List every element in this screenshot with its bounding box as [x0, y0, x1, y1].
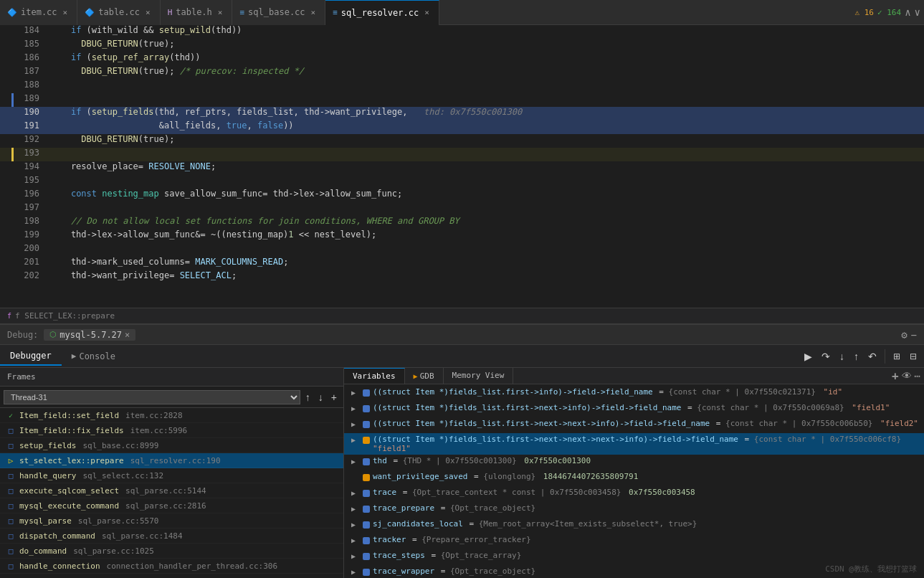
- session-close-icon[interactable]: ×: [125, 330, 130, 340]
- linenum-194: 194: [14, 161, 47, 175]
- frame-down-btn[interactable]: ↓: [315, 390, 326, 404]
- var-item-4[interactable]: ▶ thd = {THD * | 0x7f550c001300} 0x7f550…: [344, 455, 924, 470]
- frame-item-9[interactable]: □ do_command sql_parse.cc:1025: [0, 544, 343, 559]
- gutter-197: [0, 202, 14, 216]
- var-item-11[interactable]: ▶ trace_wrapper = {Opt_trace_object}: [344, 565, 924, 578]
- settings-icon[interactable]: ⚙: [901, 329, 907, 341]
- var-more-icon[interactable]: ⋯: [915, 370, 920, 382]
- tab-sql-resolver[interactable]: ≡ sql_resolver.cc ×: [325, 0, 439, 25]
- split-view-btn[interactable]: ⊟: [906, 349, 920, 364]
- resume-btn[interactable]: ▶: [801, 349, 816, 364]
- var-item-2[interactable]: ▶ ((struct Item *)fields_list.first->nex…: [344, 417, 924, 433]
- function-hint-text: f SELECT_LEX::prepare: [15, 311, 115, 321]
- var-add-icon[interactable]: +: [892, 369, 899, 383]
- code-line-195: 195: [0, 175, 924, 189]
- expand-icon-8[interactable]: ▶: [351, 521, 363, 529]
- frame-icon-3: ▷: [6, 455, 16, 465]
- frame-item-8[interactable]: □ dispatch_command sql_parse.cc:1484: [0, 529, 343, 544]
- session-selector[interactable]: ⬡ mysql-5.7.27 ×: [44, 329, 135, 341]
- expand-icon-6[interactable]: ▶: [351, 489, 363, 497]
- frame-item-0[interactable]: ✓ Item_field::set_field item.cc:2828: [0, 408, 343, 423]
- debug-session-header: Debug: ⬡ mysql-5.7.27 × ⚙ −: [0, 325, 924, 345]
- expand-icon-11[interactable]: ▶: [351, 568, 363, 576]
- frame-item-7[interactable]: □ mysql_parse sql_parse.cc:5570: [0, 513, 343, 529]
- expand-icon-7[interactable]: ▶: [351, 505, 363, 513]
- frame-func-6: mysql_execute_command: [19, 501, 119, 511]
- close-debug-icon[interactable]: −: [911, 329, 917, 341]
- tab-debugger[interactable]: Debugger: [0, 347, 62, 366]
- var-tab-gdb[interactable]: ▶ GDB: [405, 368, 444, 384]
- frame-item-10[interactable]: □ handle_connection connection_handler_p…: [0, 559, 343, 574]
- code-line-184: 184 if (with_wild && setup_wild(thd)): [0, 25, 924, 39]
- code-line-194: 194 resolve_place= RESOLVE_NONE;: [0, 161, 924, 175]
- step-out-btn[interactable]: ↑: [850, 349, 862, 364]
- var-dot-4: [363, 458, 370, 465]
- tab-label-sql-base: sql_base.cc: [248, 7, 305, 17]
- frame-item-2[interactable]: □ setup_fields sql_base.cc:8999: [0, 438, 343, 453]
- var-item-0[interactable]: ▶ ((struct Item *)fields_list.first->inf…: [344, 386, 924, 402]
- warning-count[interactable]: ⚠ 16: [855, 8, 875, 17]
- var-dot-7: [363, 506, 370, 513]
- tab-icon-table-h: H: [168, 8, 173, 17]
- expand-icon-2[interactable]: ▶: [351, 420, 363, 428]
- step-back-btn[interactable]: ↶: [865, 349, 880, 364]
- tab-close-item-cc[interactable]: ×: [61, 7, 70, 18]
- chevron-up-icon[interactable]: ∧: [905, 6, 910, 18]
- table-view-btn[interactable]: ⊞: [890, 349, 904, 364]
- var-item-5[interactable]: ▶ want_privilege_saved = {ulonglong} 184…: [344, 470, 924, 486]
- frame-item-5[interactable]: □ execute_sqlcom_select sql_parse.cc:514…: [0, 483, 343, 498]
- tab-close-table-h[interactable]: ×: [216, 7, 225, 18]
- var-item-6[interactable]: ▶ trace = {Opt_trace_context * const | 0…: [344, 486, 924, 502]
- var-tab-memory[interactable]: Memory View: [444, 368, 514, 384]
- var-dot-1: [363, 405, 370, 412]
- expand-icon-3[interactable]: ▶: [351, 436, 363, 444]
- frame-item-6[interactable]: □ mysql_execute_command sql_parse.cc:281…: [0, 498, 343, 513]
- linecontent-200: [47, 243, 924, 257]
- var-tab-variables[interactable]: Variables: [344, 368, 405, 384]
- expand-icon-9[interactable]: ▶: [351, 536, 363, 544]
- tab-console[interactable]: ▶ Console: [62, 348, 125, 365]
- frame-up-btn[interactable]: ↑: [303, 390, 313, 404]
- code-line-191: 191 &all_fields, true, false)): [0, 120, 924, 134]
- tab-label-sql-resolver: sql_resolver.cc: [341, 8, 419, 18]
- frame-func-4: handle_query: [19, 471, 76, 480]
- frame-func-1: Item_field::fix_fields: [19, 426, 124, 435]
- var-item-9[interactable]: ▶ tracker = {Prepare_error_tracker}: [344, 534, 924, 549]
- code-content[interactable]: 184 if (with_wild && setup_wild(thd)) 18…: [0, 25, 924, 308]
- session-icon: ⬡: [49, 330, 57, 339]
- linenum-191: 191: [14, 120, 47, 134]
- thread-select[interactable]: Thread-31: [4, 390, 300, 404]
- linenum-195: 195: [14, 175, 47, 189]
- expand-icon-1[interactable]: ▶: [351, 404, 363, 412]
- var-eye-icon[interactable]: 👁: [902, 370, 912, 382]
- expand-icon-10[interactable]: ▶: [351, 552, 363, 560]
- chevron-down-icon[interactable]: ∨: [915, 6, 920, 18]
- tab-close-sql-resolver[interactable]: ×: [422, 7, 432, 18]
- tab-close-sql-base[interactable]: ×: [309, 7, 318, 18]
- step-over-btn[interactable]: ↷: [818, 349, 834, 364]
- frame-item-1[interactable]: □ Item_field::fix_fields item.cc:5996: [0, 423, 343, 438]
- expand-icon-0[interactable]: ▶: [351, 389, 363, 397]
- frame-item-3[interactable]: ▷ st_select_lex::prepare sql_resolver.cc…: [0, 453, 343, 468]
- tab-table-h[interactable]: H table.h ×: [161, 0, 233, 25]
- step-into-btn[interactable]: ↓: [836, 349, 848, 364]
- frame-file-1: item.cc:5996: [130, 426, 187, 435]
- var-item-3[interactable]: ▶ ((struct Item *)fields_list.first->nex…: [344, 433, 924, 455]
- tab-item-cc[interactable]: 🔷 item.cc ×: [0, 0, 77, 25]
- var-item-7[interactable]: ▶ trace_prepare = {Opt_trace_object}: [344, 502, 924, 518]
- tab-table-cc[interactable]: 🔷 table.cc ×: [77, 0, 160, 25]
- frame-item-4[interactable]: □ handle_query sql_select.cc:132: [0, 468, 343, 483]
- var-item-8[interactable]: ▶ sj_candidates_local = {Mem_root_array<…: [344, 518, 924, 534]
- var-tabs: Variables ▶ GDB Memory View + 👁 ⋯: [344, 368, 924, 384]
- var-item-10[interactable]: ▶ trace_steps = {Opt_trace_array}: [344, 549, 924, 565]
- expand-icon-4[interactable]: ▶: [351, 458, 363, 465]
- var-name-3: ((struct Item *)fields_list.first->next-…: [373, 435, 920, 453]
- expand-icon-5[interactable]: ▶: [351, 473, 363, 481]
- var-item-1[interactable]: ▶ ((struct Item *)fields_list.first->nex…: [344, 402, 924, 417]
- ok-count[interactable]: ✓ 164: [877, 8, 901, 17]
- code-line-185: 185 DBUG_RETURN(true);: [0, 39, 924, 52]
- frame-file-2: sql_base.cc:8999: [82, 441, 158, 450]
- tab-sql-base-cc[interactable]: ≡ sql_base.cc ×: [232, 0, 325, 25]
- tab-close-table-cc[interactable]: ×: [143, 7, 153, 18]
- frame-add-btn[interactable]: +: [328, 390, 340, 404]
